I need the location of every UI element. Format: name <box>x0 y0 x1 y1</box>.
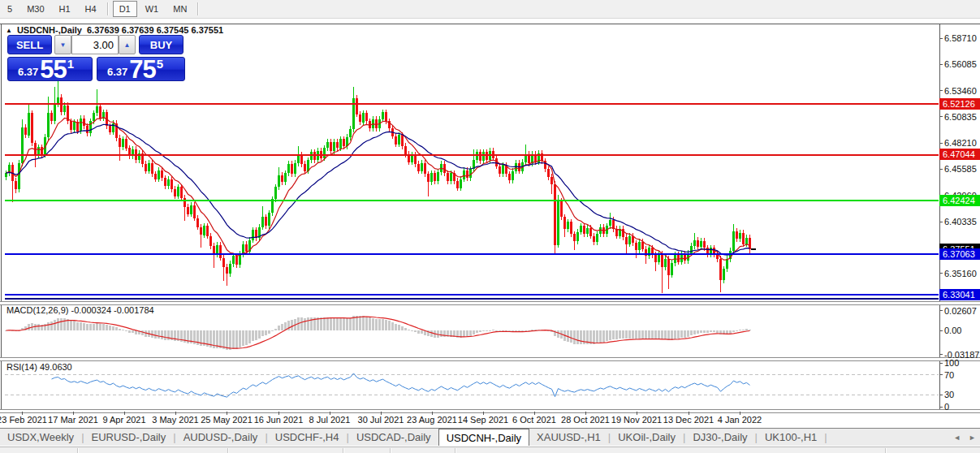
symbol-title: USDCNH-,Daily <box>17 25 82 35</box>
date-label: 8 Jul 2021 <box>309 415 351 425</box>
pane-separator-dates <box>0 409 980 413</box>
tabs-scroll-left-icon[interactable]: ◄ <box>949 429 965 446</box>
price-badge-level: 6.52126 <box>939 98 980 110</box>
volume-input[interactable] <box>71 35 119 54</box>
price-badge-level: 6.33041 <box>939 289 980 300</box>
tab-ukoil-daily[interactable]: UKOil-,Daily <box>611 429 683 446</box>
sell-price-display[interactable]: 6.37 55 1 <box>7 57 93 81</box>
statusbar-divider <box>885 448 887 453</box>
rsi-tick-mark <box>939 395 943 395</box>
buy-price-display[interactable]: 6.37 75 5 <box>97 57 185 81</box>
sell-price-point: 1 <box>67 57 74 71</box>
collapse-icon[interactable]: ▲ <box>6 27 12 34</box>
buy-price-pips: 75 <box>129 59 155 80</box>
rsi-tick-label: 70 <box>944 370 954 380</box>
tab-spacer <box>827 429 949 446</box>
price-tick-label: 6.53460 <box>944 86 977 96</box>
statusbar-divider <box>390 448 391 453</box>
price-tick-label: 6.58710 <box>944 33 977 43</box>
price-tick-mark <box>939 116 943 117</box>
price-tick-mark <box>939 222 943 222</box>
tab-usdx-weekly[interactable]: USDX,Weekly <box>0 429 81 446</box>
price-tick-label: 6.56085 <box>944 59 977 69</box>
tabs-scroll-right-icon[interactable]: ► <box>965 429 980 446</box>
buy-price-prefix: 6.37 <box>107 66 127 78</box>
date-label: 3 May 2021 <box>152 415 198 425</box>
statusbar-divider <box>77 448 79 453</box>
macd-tick-mark <box>939 330 943 331</box>
date-label: 13 Dec 2021 <box>663 415 714 425</box>
date-label: 14 Sep 2021 <box>458 415 508 425</box>
sell-price-prefix: 6.37 <box>18 66 38 78</box>
rsi-tick-label: 100 <box>944 358 959 368</box>
rsi-tick-mark <box>939 407 943 408</box>
tab-uk100-h1[interactable]: UK100-,H1 <box>758 429 824 446</box>
price-tick-mark <box>939 64 943 65</box>
volume-decrease-icon[interactable]: ▼ <box>54 35 71 54</box>
tab-eurusd-daily[interactable]: EURUSD-,Daily <box>84 429 174 446</box>
buy-button[interactable]: BUY <box>139 35 183 54</box>
date-label: 4 Jan 2022 <box>718 415 762 425</box>
macd-tick-label: 0.02607 <box>944 306 977 316</box>
price-tick-mark <box>939 90 943 91</box>
macd-tick-mark <box>939 310 943 311</box>
date-label: 9 Apr 2021 <box>102 415 145 425</box>
chart-border-left <box>1 24 2 412</box>
pane-separator-rsi[interactable] <box>0 357 980 361</box>
tab-xauusd-h1[interactable]: XAUUSD-,H1 <box>529 429 608 446</box>
price-tick-label: 6.48210 <box>944 138 977 148</box>
price-tick-mark <box>939 38 943 39</box>
date-label: 28 Oct 2021 <box>561 415 610 425</box>
price-tick-mark <box>939 143 943 144</box>
statusbar-divider <box>227 448 229 453</box>
price-tick-label: 6.35160 <box>944 269 977 278</box>
rsi-tick-label: 0 <box>944 402 949 412</box>
price-tick-mark <box>939 273 943 274</box>
date-label: 25 May 2021 <box>201 415 253 425</box>
date-label: 23 Aug 2021 <box>407 415 457 425</box>
ohlc-readout: 6.37639 6.37639 6.37545 6.37551 <box>87 25 223 35</box>
sell-price-pips: 55 <box>40 59 66 80</box>
price-tick-label: 6.40335 <box>944 217 977 226</box>
date-label: 23 Feb 2021 <box>0 415 47 425</box>
sell-button[interactable]: SELL <box>7 35 52 54</box>
tab-usdcad-daily[interactable]: USDCAD-,Daily <box>349 429 438 446</box>
price-badge-level: 6.42424 <box>939 195 980 206</box>
rsi-tick-mark <box>939 363 943 364</box>
price-tick-mark <box>939 169 943 170</box>
date-label: 17 Mar 2021 <box>48 415 98 425</box>
statusbar-divider <box>455 448 456 453</box>
rsi-tick-mark <box>939 374 943 375</box>
macd-tick-label: 0.00 <box>944 326 961 335</box>
price-badge-level: 6.47044 <box>939 149 980 160</box>
date-label: 30 Jul 2021 <box>358 415 404 425</box>
rsi-label: RSI(14) 49.0630 <box>6 362 72 372</box>
buy-price-point: 5 <box>157 57 163 71</box>
price-tick-label: 6.50835 <box>944 112 977 122</box>
tab-audusd-daily[interactable]: AUDUSD-,Daily <box>176 429 266 446</box>
rsi-tick-label: 30 <box>944 390 954 399</box>
macd-tick-mark <box>939 354 943 355</box>
one-click-trading-panel: SELL ▼ ▲ BUY 6.37 55 1 6.37 75 5 <box>7 35 185 81</box>
chart-tab-bar: USDX,Weekly|EURUSD-,Daily|AUDUSD-,Daily|… <box>0 429 980 446</box>
date-label: 6 Oct 2021 <box>512 415 556 425</box>
statusbar-divider <box>343 448 344 453</box>
price-tick-label: 6.45585 <box>944 164 977 174</box>
date-label: 16 Jun 2021 <box>254 415 304 425</box>
tab-usdcnh-daily[interactable]: USDCNH-,Daily <box>438 429 529 446</box>
tab-usdchf-h4[interactable]: USDCHF-,H4 <box>268 429 347 446</box>
price-badge-level: 6.37063 <box>939 248 980 260</box>
macd-label: MACD(12,26,9) -0.000324 -0.001784 <box>6 305 154 315</box>
chart-title: ▲ USDCNH-,Daily 6.37639 6.37639 6.37545 … <box>6 25 223 35</box>
date-label: 19 Nov 2021 <box>611 415 662 425</box>
tab-dj30-daily[interactable]: DJ30-,Daily <box>685 429 754 446</box>
volume-increase-icon[interactable]: ▲ <box>119 35 136 54</box>
mt4-window: 5M30H1H4D1W1MN ▲ USDCNH-,Daily 6.37639 6… <box>0 0 980 453</box>
status-bar <box>0 447 980 453</box>
